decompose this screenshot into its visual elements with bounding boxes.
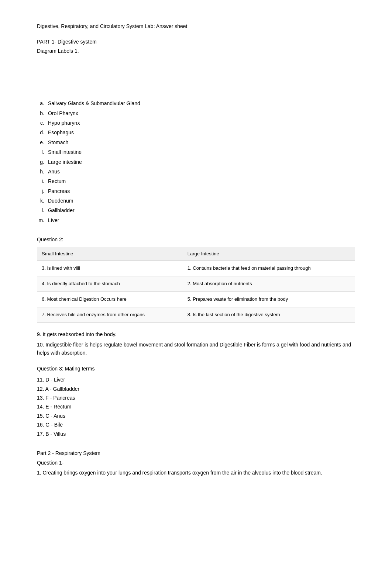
table-cell-large-4: 8. Is the last section of the digestive … bbox=[183, 307, 355, 323]
list-letter: l. bbox=[37, 206, 44, 214]
list-item: d. Esophagus bbox=[37, 128, 355, 137]
list-item: c. Hypo pharynx bbox=[37, 119, 355, 127]
list-letter: a. bbox=[37, 99, 44, 107]
part2-heading: Part 2 - Respiratory System bbox=[37, 449, 355, 457]
mating-terms-list: 11. D - Liver 12. A - Gallbladder 13. F … bbox=[37, 376, 355, 438]
list-item: 11. D - Liver bbox=[37, 376, 355, 384]
list-item: 16. G - Bile bbox=[37, 421, 355, 429]
list-letter: b. bbox=[37, 109, 44, 117]
list-text: Gallbladder bbox=[48, 206, 75, 214]
list-text: Pancreas bbox=[48, 187, 70, 195]
table-row: 6. Most chemical Digestion Occurs here 5… bbox=[37, 292, 355, 307]
list-item: b. Orol Pharynx bbox=[37, 109, 355, 117]
list-letter: d. bbox=[37, 128, 44, 137]
list-text: Stomach bbox=[48, 138, 68, 146]
list-item: 13. F - Pancreas bbox=[37, 394, 355, 402]
page-title: Digestive, Respiratory, and Circulatory … bbox=[37, 22, 355, 30]
table-row: 3. Is lined with villi 1. Contains bacte… bbox=[37, 261, 355, 276]
list-letter: j. bbox=[37, 187, 44, 195]
question2-heading: Question 2: bbox=[37, 235, 355, 244]
part2-text: 1. Creating brings oxygen into your lung… bbox=[37, 469, 355, 477]
list-text: Esophagus bbox=[48, 128, 74, 137]
list-item: 12. A - Gallbladder bbox=[37, 385, 355, 393]
table-cell-large-3: 5. Prepares waste for elimination from t… bbox=[183, 292, 355, 307]
diagram-label: Diagram Labels 1. bbox=[37, 47, 355, 55]
list-text: Orol Pharynx bbox=[48, 109, 78, 117]
list-item: f. Small intestine bbox=[37, 148, 355, 156]
part2-subheading: Question 1- bbox=[37, 459, 355, 467]
table-cell-small-4: 7. Receives bile and enzymes from other … bbox=[37, 307, 183, 323]
question3-heading: Question 3: Mating terms bbox=[37, 365, 355, 373]
table-header-small-intestine: Small Intestine bbox=[37, 247, 183, 261]
extra-text-9: 9. It gets reabsorbed into the body. bbox=[37, 330, 355, 338]
list-letter: f. bbox=[37, 148, 44, 156]
list-text: Salivary Glands & Submandivular Gland bbox=[48, 99, 140, 107]
table-row: 4. Is directly attached to the stomach 2… bbox=[37, 276, 355, 292]
list-text: Small intestine bbox=[48, 148, 82, 156]
table-cell-small-2: 4. Is directly attached to the stomach bbox=[37, 276, 183, 292]
table-cell-small-1: 3. Is lined with villi bbox=[37, 261, 183, 276]
list-item: g. Large intestine bbox=[37, 158, 355, 166]
list-letter: k. bbox=[37, 197, 44, 205]
list-text: Anus bbox=[48, 168, 60, 176]
list-text: Rectum bbox=[48, 177, 66, 185]
list-letter: g. bbox=[37, 158, 44, 166]
list-item: 15. C - Anus bbox=[37, 412, 355, 420]
list-letter: i. bbox=[37, 177, 44, 185]
table-cell-large-1: 1. Contains bacteria that feed on materi… bbox=[183, 261, 355, 276]
table-header-large-intestine: Large Intestine bbox=[183, 247, 355, 261]
list-text: Liver bbox=[48, 216, 59, 224]
part1-heading: PART 1- Digestive system bbox=[37, 38, 355, 46]
list-item: h. Anus bbox=[37, 168, 355, 176]
list-item: 17. B - Villus bbox=[37, 430, 355, 438]
list-letter: e. bbox=[37, 138, 44, 146]
extra-text-10: 10. Indigestible fiber is helps regulate… bbox=[37, 341, 355, 357]
list-text: Hypo pharynx bbox=[48, 119, 80, 127]
list-letter: m. bbox=[37, 216, 44, 224]
question2-extra: 9. It gets reabsorbed into the body. 10.… bbox=[37, 330, 355, 357]
list-item: a. Salivary Glands & Submandivular Gland bbox=[37, 99, 355, 107]
list-item: m. Liver bbox=[37, 216, 355, 224]
table-cell-large-2: 2. Most absorption of nutrients bbox=[183, 276, 355, 292]
list-item: l. Gallbladder bbox=[37, 206, 355, 214]
list-text: Large intestine bbox=[48, 158, 82, 166]
list-item: 14. E - Rectum bbox=[37, 403, 355, 411]
list-letter: h. bbox=[37, 168, 44, 176]
list-text: Duodenum bbox=[48, 197, 73, 205]
list-item: k. Duodenum bbox=[37, 197, 355, 205]
list-item: i. Rectum bbox=[37, 177, 355, 185]
table-cell-small-3: 6. Most chemical Digestion Occurs here bbox=[37, 292, 183, 307]
list-item: j. Pancreas bbox=[37, 187, 355, 195]
comparison-table: Small Intestine Large Intestine 3. Is li… bbox=[37, 247, 355, 323]
list-item: e. Stomach bbox=[37, 138, 355, 146]
part2-section: Part 2 - Respiratory System Question 1- … bbox=[37, 449, 355, 477]
table-row: 7. Receives bile and enzymes from other … bbox=[37, 307, 355, 323]
diagram-labels-list: a. Salivary Glands & Submandivular Gland… bbox=[37, 99, 355, 224]
list-letter: c. bbox=[37, 119, 44, 127]
